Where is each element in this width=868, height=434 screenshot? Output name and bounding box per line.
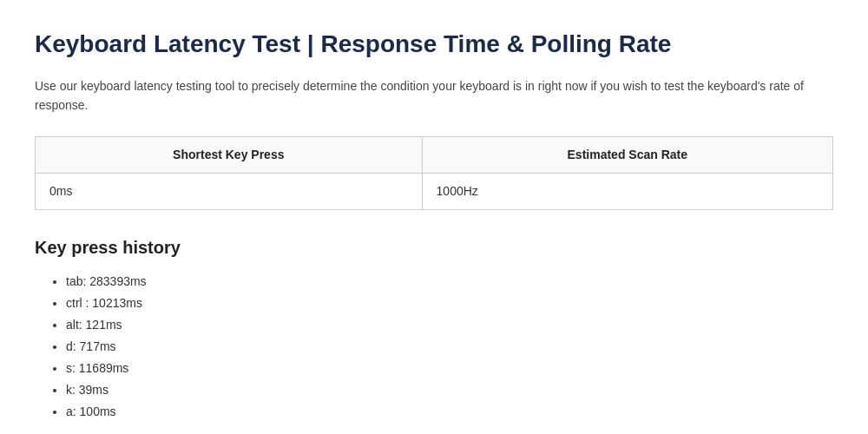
- list-item: ctrl : 10213ms: [66, 294, 833, 312]
- list-item: k: 39ms: [66, 381, 833, 399]
- list-item: tab: 283393ms: [66, 273, 833, 291]
- history-section-title: Key press history: [35, 234, 833, 260]
- list-item: a: 100ms: [66, 403, 833, 421]
- list-item: s: 11689ms: [66, 359, 833, 378]
- table-row: 0ms 1000Hz: [36, 173, 833, 209]
- key-press-history-list: tab: 283393msctrl : 10213msalt: 121msd: …: [35, 273, 833, 421]
- shortest-key-press-value: 0ms: [36, 173, 423, 209]
- col-header-estimated-scan-rate: Estimated Scan Rate: [422, 136, 832, 173]
- page-description: Use our keyboard latency testing tool to…: [35, 76, 833, 115]
- latency-table: Shortest Key Press Estimated Scan Rate 0…: [35, 136, 833, 210]
- col-header-shortest-key-press: Shortest Key Press: [36, 136, 423, 173]
- list-item: d: 717ms: [66, 338, 833, 356]
- list-item: alt: 121ms: [66, 316, 833, 334]
- estimated-scan-rate-value: 1000Hz: [422, 173, 832, 209]
- page-title: Keyboard Latency Test | Response Time & …: [35, 26, 833, 62]
